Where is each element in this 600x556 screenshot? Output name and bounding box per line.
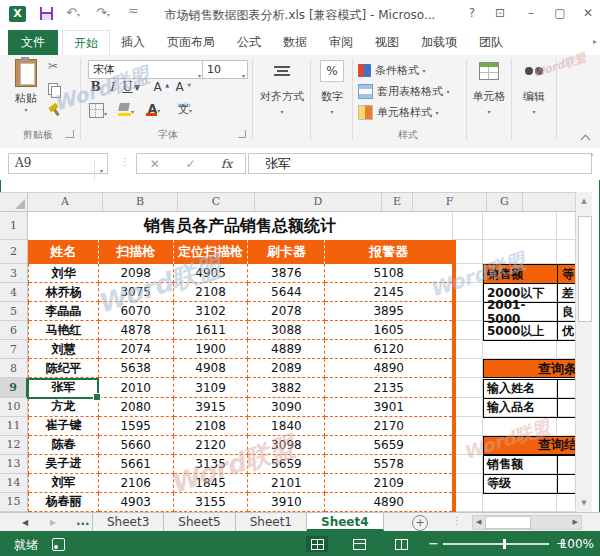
cell-value[interactable]: 3098 [248,436,325,455]
cell-name[interactable]: 林乔杨 [29,283,99,302]
cell-value[interactable]: 2098 [99,264,174,283]
row-header[interactable]: 10 [0,398,28,417]
ribbon-tab[interactable]: 公式 [226,30,272,55]
table-header-cell[interactable]: 扫描枪 [99,240,174,264]
cell-value[interactable]: 2108 [174,417,249,436]
grade-header-sales[interactable]: 销售额 [484,265,558,284]
grade-range[interactable]: 5000以上 [484,322,558,341]
row-header[interactable]: 6 [0,321,28,340]
row-header[interactable]: 9 [0,378,28,397]
select-all-corner[interactable] [0,193,28,211]
formula-bar-drag-dots[interactable]: ⋮ [120,156,130,167]
cell-value[interactable]: 3155 [174,493,249,512]
grade-range[interactable]: 2001-5000 [484,303,558,322]
conditional-format-button[interactable]: 条件格式 ▾ [358,61,426,80]
ribbon-tab[interactable]: 加载项 [410,30,468,55]
cell-value[interactable]: 2108 [174,283,249,302]
cell-value[interactable]: 3109 [174,378,249,397]
page-break-view-button[interactable] [390,536,412,552]
editing-group-button[interactable]: 编辑 ▾ [513,55,555,115]
scroll-down-icon[interactable]: ▼ [576,499,592,507]
cell-value[interactable]: 3075 [99,283,174,302]
cell-value[interactable]: 4890 [325,359,452,378]
phonetic-button[interactable]: wén文▾ [172,101,198,118]
cell-value[interactable]: 4889 [248,340,325,359]
italic-button[interactable]: I [104,79,119,96]
cell-value[interactable]: 5578 [325,455,452,474]
query-label[interactable]: 输入品名 [484,399,558,418]
row-header[interactable]: 12 [0,436,28,455]
row-header[interactable]: 8 [0,359,28,378]
cell-value[interactable]: 5659 [325,436,452,455]
cell-name[interactable]: 陈春 [29,436,99,455]
cell-value[interactable]: 2101 [248,474,325,493]
cell-value[interactable]: 1900 [174,340,249,359]
row-header[interactable]: 3 [0,264,28,283]
cell-value[interactable]: 1845 [174,474,249,493]
cell-styles-button[interactable]: 单元格样式 ▾ [358,103,439,122]
table-header-cell[interactable]: 定位扫描枪 [174,240,249,264]
cell-value[interactable]: 3102 [174,302,249,321]
collapse-ribbon-icon[interactable] [582,133,590,141]
cell-value[interactable]: 1840 [248,417,325,436]
cell-value[interactable]: 3876 [248,264,325,283]
cell-value[interactable]: 3901 [325,398,452,417]
cell-name[interactable]: 刘军 [29,474,99,493]
cell-value[interactable]: 1595 [99,417,174,436]
cell-value[interactable]: 5660 [99,436,174,455]
normal-view-button[interactable] [306,536,328,552]
cell-value[interactable]: 6070 [99,302,174,321]
cell-value[interactable]: 2135 [325,378,452,397]
cell-value[interactable]: 5108 [325,264,452,283]
cells-group-button[interactable]: 单元格 ▾ [468,55,510,115]
font-color-button[interactable]: A▾ [144,101,164,118]
cell-name[interactable]: 李晶晶 [29,302,99,321]
new-sheet-icon[interactable]: + [412,515,428,531]
ribbon-tab[interactable]: 审阅 [318,30,364,55]
ribbon-tab[interactable]: 插入 [110,30,156,55]
cell-value[interactable]: 3090 [248,398,325,417]
cell-value[interactable]: 3915 [174,398,249,417]
column-header[interactable]: F [413,193,487,211]
vertical-scrollbar[interactable]: ▲ ▼ [575,192,592,512]
hscroll-right-icon[interactable]: ▶ [573,518,578,526]
cell-value[interactable]: 3088 [248,321,325,340]
cell-value[interactable]: 4905 [174,264,249,283]
row-header[interactable]: 11 [0,417,28,436]
row-header[interactable]: 5 [0,302,28,321]
cell-name[interactable]: 刘华 [29,264,99,283]
column-header[interactable]: B [103,193,178,211]
cancel-icon[interactable]: ✕ [150,157,160,171]
cell-value[interactable]: 2106 [99,474,174,493]
result-label[interactable]: 销售额 [484,456,558,475]
macro-record-icon[interactable] [52,538,65,551]
insert-function-icon[interactable]: fx [221,157,232,171]
cell-name[interactable]: 陈纪平 [29,359,99,378]
ribbon-tab[interactable]: 页面布局 [156,30,226,55]
tab-overflow-icon[interactable]: ▸ [593,37,597,46]
name-box-dropdown-icon[interactable]: ▾ [94,161,103,180]
row-header[interactable]: 4 [0,283,28,302]
sheet-tab[interactable]: Sheet3 [92,513,164,531]
format-as-table-button[interactable]: 套用表格格式 ▾ [358,82,450,101]
cell-value[interactable]: 4890 [325,493,452,512]
horizontal-scroll-thumb[interactable] [485,516,531,529]
row-header[interactable]: 14 [0,474,28,493]
alignment-group-button[interactable]: 对齐方式 ▾ [254,55,310,115]
sheet-prev-icon[interactable]: ◀ [22,518,28,527]
borders-button[interactable]: ▾ [88,101,108,118]
cell-value[interactable]: 5659 [248,455,325,474]
cell-value[interactable]: 3135 [174,455,249,474]
maximize-button[interactable]: ▢ [550,6,570,20]
format-painter-icon[interactable] [48,103,60,115]
column-header[interactable] [522,193,523,211]
cell-value[interactable]: 6120 [325,340,452,359]
grow-font-button[interactable]: A▲ [150,79,165,96]
cell-value[interactable]: 4903 [99,493,174,512]
cell-value[interactable]: 2074 [99,340,174,359]
sheet-tab[interactable]: Sheet1 [236,513,307,531]
cell-value[interactable]: 1611 [174,321,249,340]
cell-value[interactable]: 3882 [248,378,325,397]
cell-value[interactable]: 2170 [325,417,452,436]
fill-handle[interactable] [93,393,101,401]
